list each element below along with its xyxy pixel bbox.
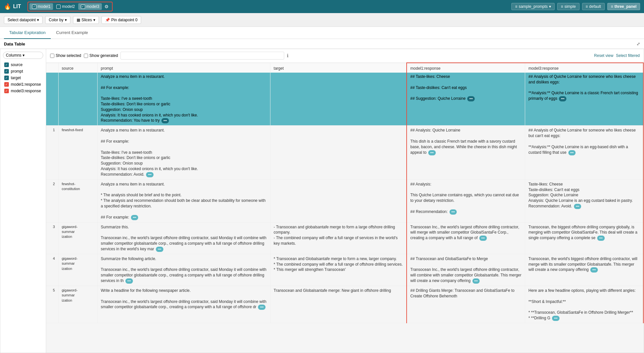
table-controls-right: Reset view Select filtered	[594, 53, 640, 58]
model1-checkbox: ✓	[32, 5, 36, 9]
columns-button[interactable]: Columns ▾	[3, 52, 43, 59]
model-selector-group: ✓ model1 model2 ✓ model3 ⚙	[28, 2, 113, 11]
column-sidebar: Columns ▾ ✓ source ✓ prompt ✓ target ✓	[0, 49, 46, 353]
toolbar: Select datapoint ▾ Color by ▾ ▦ Slices ▾…	[0, 13, 644, 27]
col-source-checkbox: ✓	[4, 62, 9, 67]
search-input[interactable]	[120, 52, 284, 60]
table-row-selected[interactable]: Analyze a menu item in a restaurant.## F…	[46, 72, 643, 126]
target-3: - Transocean and globalsantafe merge to …	[270, 222, 407, 254]
col-source-item[interactable]: ✓ source	[3, 62, 43, 68]
brand: 🔥 LIT	[4, 3, 21, 10]
model1-more-badge-2[interactable]: •••	[450, 209, 457, 215]
col-prompt-checkbox: ✓	[4, 69, 9, 74]
slices-icon: ▦	[77, 18, 80, 22]
th-model3-response[interactable]: model3:response	[525, 64, 643, 73]
target-2	[270, 179, 407, 222]
model3-more-badge-2[interactable]: •••	[574, 204, 581, 209]
model3-response-5: Here are a few headline options, playing…	[525, 286, 643, 323]
model1-response-4: ## Transocean and GlobalSantaFe to Merge…	[407, 254, 525, 286]
table-row-3[interactable]: 3 gigaword-summarization Summarize this.…	[46, 222, 643, 254]
model1-more-badge-3[interactable]: •••	[479, 236, 487, 241]
prompt-more-badge-4[interactable]: •••	[125, 278, 133, 284]
preset-label-4: three_panel	[615, 4, 636, 9]
th-source[interactable]: source	[58, 64, 97, 73]
col-model1-response-item[interactable]: ✓ model1:response	[3, 81, 43, 88]
rownum-5: 5	[46, 286, 58, 323]
show-generated-checkbox[interactable]	[84, 54, 88, 58]
model1-more-badge-4[interactable]: •••	[472, 278, 480, 284]
table-row-1[interactable]: 1 fewshot-fixed Analyze a menu item in a…	[46, 126, 643, 179]
table-controls: Show selected Show generated ℹ Reset vie…	[46, 49, 644, 62]
preset-three-panel[interactable]: ≡ three_panel	[607, 3, 640, 10]
navbar-right: ≡ sample_prompts ▾ ≡ simple ≡ default ≡ …	[511, 3, 640, 10]
reset-view-button[interactable]: Reset view	[594, 53, 614, 58]
table-wrapper[interactable]: Show selected Show generated ℹ Reset vie…	[46, 49, 644, 353]
tab-current-label: Current Example	[56, 30, 88, 35]
model2-button[interactable]: model2	[54, 3, 77, 10]
tab-current-example[interactable]: Current Example	[51, 27, 93, 39]
show-selected-label[interactable]: Show selected	[50, 53, 81, 58]
prompt-more-badge-2[interactable]: •••	[131, 215, 138, 220]
model3-response-4: Transocean, the world's biggest offshore…	[525, 254, 643, 286]
preset-dropdown-1: ▾	[549, 4, 551, 9]
prompt-more-badge-3[interactable]: •••	[156, 247, 163, 252]
model3-response-2: Taste-likes: CheeseTaste-dislikes: Can't…	[525, 179, 643, 222]
th-model1-response[interactable]: model1:response	[407, 64, 525, 73]
model1-button[interactable]: ✓ model1	[29, 3, 53, 10]
navbar: 🔥 LIT ✓ model1 model2 ✓ model3 ⚙	[0, 0, 644, 13]
preset-sample-prompts[interactable]: ≡ sample_prompts ▾	[511, 3, 555, 10]
model3-label: model3	[86, 4, 99, 9]
model3-button[interactable]: ✓ model3	[78, 3, 102, 10]
model1-more-badge[interactable]: •••	[467, 96, 475, 101]
show-selected-checkbox[interactable]	[50, 54, 54, 58]
model3-more-badge[interactable]: •••	[559, 96, 566, 101]
prompt-1: Analyze a menu item in a restaurant.## F…	[97, 126, 270, 179]
model3-more-badge-3[interactable]: •••	[597, 236, 605, 241]
prompt-more-badge[interactable]: •••	[161, 118, 169, 123]
prompt-more-badge-1[interactable]: •••	[146, 172, 154, 177]
col-model3-response-checkbox: ✓	[4, 89, 9, 93]
th-target[interactable]: target	[270, 64, 407, 73]
select-datapoint-dropdown: ▾	[37, 18, 39, 22]
rownum-selected	[46, 72, 58, 126]
col-source-label: source	[11, 62, 23, 67]
model1-more-badge-1[interactable]: •••	[428, 150, 436, 155]
col-target-item[interactable]: ✓ target	[3, 75, 43, 81]
pin-datapoint-button[interactable]: 📌 Pin datapoint 0	[101, 16, 141, 24]
select-filtered-button[interactable]: Select filtered	[616, 53, 640, 58]
rownum-4: 4	[46, 254, 58, 286]
model1-label: model1	[38, 4, 50, 9]
preset-simple[interactable]: ≡ simple	[557, 3, 580, 10]
model3-more-badge-1[interactable]: •••	[568, 150, 576, 155]
color-by-button[interactable]: Color by ▾	[45, 16, 70, 24]
select-datapoint-button[interactable]: Select datapoint ▾	[4, 16, 43, 24]
model3-more-badge-4[interactable]: •••	[590, 267, 598, 273]
pin-label: Pin datapoint 0	[111, 18, 138, 22]
preset-default[interactable]: ≡ default	[582, 3, 605, 10]
col-prompt-item[interactable]: ✓ prompt	[3, 68, 43, 75]
table-row-5[interactable]: 5 gigaword-summarization Write a headlin…	[46, 286, 643, 323]
target-selected	[270, 72, 407, 126]
main-content: Data Table ⤢ Columns ▾ ✓ source ✓ prompt	[0, 39, 644, 353]
tabs: Tabular Exploration Current Example	[0, 27, 644, 39]
prompt-more-badge-5[interactable]: •••	[258, 305, 266, 310]
page-layout: 🔥 LIT ✓ model1 model2 ✓ model3 ⚙	[0, 0, 644, 353]
table-row-4[interactable]: 4 gigaword-summarization Summarize the f…	[46, 254, 643, 286]
col-model1-response-label: model1:response	[11, 82, 41, 87]
columns-label: Columns	[6, 53, 21, 58]
target-1	[270, 126, 407, 179]
model1-response-2: ## Analysis:This Quiche Lorraine contain…	[407, 179, 525, 222]
search-info-icon: ℹ	[287, 53, 288, 58]
prompt-selected: Analyze a menu item in a restaurant.## F…	[97, 72, 270, 126]
model-settings-button[interactable]: ⚙	[102, 3, 111, 10]
slices-button[interactable]: ▦ Slices ▾	[73, 16, 99, 24]
data-table: source prompt target model1:response mod…	[46, 62, 644, 323]
tab-tabular[interactable]: Tabular Exploration	[4, 27, 51, 39]
th-prompt[interactable]: prompt	[97, 64, 270, 73]
fire-icon: 🔥	[4, 3, 11, 10]
expand-icon[interactable]: ⤢	[636, 42, 640, 46]
table-row-2[interactable]: 2 fewshot-constitution Analyze a menu it…	[46, 179, 643, 222]
show-generated-label[interactable]: Show generated	[84, 53, 118, 58]
model3-more-badge-5[interactable]: •••	[552, 316, 560, 321]
col-model3-response-item[interactable]: ✓ model3:response	[3, 88, 43, 94]
